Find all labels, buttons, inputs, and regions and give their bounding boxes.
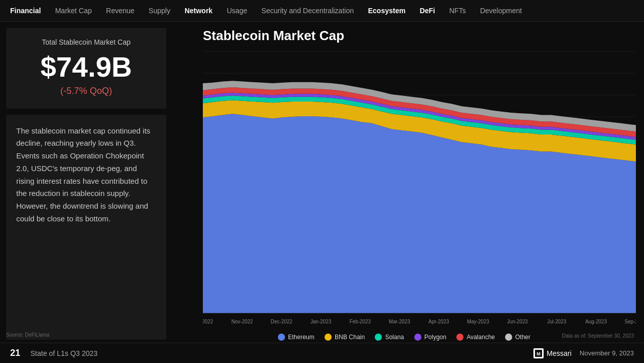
legend-bnb: BNB Chain — [325, 334, 365, 341]
nav-supply[interactable]: Supply — [149, 7, 170, 15]
legend-other: Other — [505, 334, 530, 341]
chart-container: $120B $110B $100B $90B $80B $70B $60B $5… — [172, 47, 636, 329]
svg-text:Apr-2023: Apr-2023 — [428, 318, 449, 325]
messari-icon: M — [535, 350, 542, 357]
legend-polygon: Polygon — [414, 334, 446, 341]
other-label: Other — [515, 334, 530, 341]
nav-development[interactable]: Development — [480, 7, 522, 15]
avalanche-label: Avalanche — [467, 334, 495, 341]
bnb-color — [325, 334, 332, 341]
svg-text:Dec-2022: Dec-2022 — [271, 318, 293, 325]
data-source: Source: DeFiLlama — [6, 332, 50, 338]
svg-text:Jun-2023: Jun-2023 — [507, 318, 528, 325]
nav-usage[interactable]: Usage — [227, 7, 247, 15]
polygon-label: Polygon — [424, 334, 446, 341]
svg-text:Nov-2022: Nov-2022 — [231, 318, 253, 325]
svg-text:Oct-2022: Oct-2022 — [203, 318, 213, 325]
nav-financial[interactable]: Financial — [10, 7, 41, 15]
svg-text:Jul-2023: Jul-2023 — [547, 318, 566, 325]
main-content: Total Stablecoin Market Cap $74.9B (-5.7… — [0, 22, 644, 343]
bnb-label: BNB Chain — [335, 334, 365, 341]
footer-right: M Messari November 9, 2023 — [533, 348, 634, 358]
top-navigation: Financial Market Cap Revenue Supply Netw… — [0, 0, 644, 22]
solana-color — [375, 334, 382, 341]
legend-ethereum: Ethereum — [278, 334, 314, 341]
metric-value: $74.9B — [16, 51, 156, 83]
ethereum-label: Ethereum — [288, 334, 314, 341]
nav-ecosystem[interactable]: Ecosystem — [368, 7, 406, 15]
brand-name: Messari — [547, 349, 571, 357]
svg-text:Aug-2023: Aug-2023 — [585, 318, 607, 325]
data-asof: Data as of: September 30, 2023 — [562, 331, 634, 340]
legend-avalanche: Avalanche — [456, 334, 495, 341]
page-number: 21 — [10, 348, 20, 358]
report-title: State of L1s Q3 2023 — [30, 349, 97, 357]
nav-security[interactable]: Security and Decentralization — [262, 7, 354, 15]
left-panel: Total Stablecoin Market Cap $74.9B (-5.7… — [0, 22, 172, 343]
metric-box: Total Stablecoin Market Cap $74.9B (-5.7… — [6, 28, 166, 109]
brand: M Messari — [533, 348, 571, 358]
svg-text:Feb-2023: Feb-2023 — [349, 318, 371, 325]
metric-change: (-5.7% QoQ) — [16, 86, 156, 96]
svg-text:May-2023: May-2023 — [467, 318, 489, 325]
svg-text:Jan-2023: Jan-2023 — [310, 318, 331, 325]
messari-logo-icon: M — [533, 348, 544, 358]
nav-network[interactable]: Network — [185, 7, 212, 15]
chart-title: Stablecoin Market Cap — [172, 28, 636, 44]
svg-text:M: M — [536, 351, 541, 356]
nav-nfts[interactable]: NFTs — [449, 7, 466, 15]
polygon-color — [414, 334, 421, 341]
svg-text:Sep-2023: Sep-2023 — [625, 318, 636, 325]
legend-solana: Solana — [375, 334, 404, 341]
footer-left: 21 State of L1s Q3 2023 — [10, 348, 97, 358]
description-box: The stablecoin market cap continued its … — [6, 115, 166, 340]
description-text: The stablecoin market cap continued its … — [16, 125, 156, 225]
ethereum-color — [278, 334, 285, 341]
stablecoin-chart: $120B $110B $100B $90B $80B $70B $60B $5… — [203, 47, 636, 329]
svg-text:Mar-2023: Mar-2023 — [389, 318, 410, 325]
other-color — [505, 334, 512, 341]
avalanche-color — [456, 334, 463, 341]
nav-revenue[interactable]: Revenue — [106, 7, 134, 15]
nav-market-cap[interactable]: Market Cap — [55, 7, 92, 15]
solana-label: Solana — [385, 334, 404, 341]
nav-defi[interactable]: DeFi — [420, 7, 435, 15]
right-panel: Stablecoin Market Cap $120B $110B $100B … — [172, 22, 644, 343]
footer: 21 State of L1s Q3 2023 M Messari Novemb… — [0, 343, 644, 363]
metric-title: Total Stablecoin Market Cap — [16, 38, 156, 46]
footer-date: November 9, 2023 — [580, 349, 634, 357]
